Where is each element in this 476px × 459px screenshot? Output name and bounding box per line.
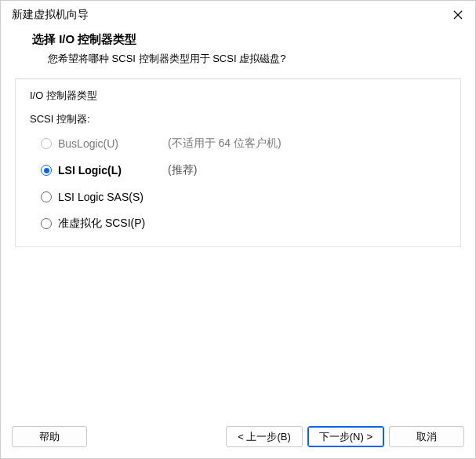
option-buslogic: BusLogic(U) (不适用于 64 位客户机)	[41, 136, 446, 151]
wizard-header: 选择 I/O 控制器类型 您希望将哪种 SCSI 控制器类型用于 SCSI 虚拟…	[1, 27, 475, 78]
cancel-button[interactable]: 取消	[389, 426, 464, 447]
close-button[interactable]	[449, 5, 467, 24]
option-note: (不适用于 64 位客户机)	[168, 137, 282, 151]
radio-lsi-logic-sas[interactable]	[41, 191, 52, 202]
options-group: BusLogic(U) (不适用于 64 位客户机) LSI Logic(L) …	[30, 136, 446, 231]
option-note: (推荐)	[168, 163, 197, 177]
panel-title: I/O 控制器类型	[30, 89, 446, 103]
content-area: I/O 控制器类型 SCSI 控制器: BusLogic(U) (不适用于 64…	[1, 78, 475, 420]
help-button[interactable]: 帮助	[12, 426, 87, 447]
page-subtitle: 您希望将哪种 SCSI 控制器类型用于 SCSI 虚拟磁盘?	[32, 52, 444, 66]
option-label: 准虚拟化 SCSI(P)	[58, 217, 168, 231]
close-icon	[453, 10, 463, 20]
back-button[interactable]: < 上一步(B)	[226, 426, 303, 447]
option-lsi-logic[interactable]: LSI Logic(L) (推荐)	[41, 162, 446, 178]
option-paravirtual-scsi[interactable]: 准虚拟化 SCSI(P)	[41, 216, 446, 231]
radio-buslogic	[41, 138, 52, 149]
option-lsi-logic-sas[interactable]: LSI Logic SAS(S)	[41, 189, 446, 205]
next-button[interactable]: 下一步(N) >	[307, 426, 384, 447]
page-title: 选择 I/O 控制器类型	[32, 32, 444, 47]
io-controller-panel: I/O 控制器类型 SCSI 控制器: BusLogic(U) (不适用于 64…	[15, 78, 461, 247]
radio-paravirtual-scsi[interactable]	[41, 218, 52, 229]
wizard-footer: 帮助 < 上一步(B) 下一步(N) > 取消	[1, 420, 475, 458]
option-label: LSI Logic(L)	[58, 164, 168, 177]
titlebar: 新建虚拟机向导	[1, 1, 475, 27]
radio-lsi-logic[interactable]	[41, 165, 52, 176]
window-title: 新建虚拟机向导	[12, 8, 89, 22]
scsi-group-label: SCSI 控制器:	[30, 112, 446, 126]
option-label: BusLogic(U)	[58, 137, 168, 150]
option-label: LSI Logic SAS(S)	[58, 191, 168, 203]
